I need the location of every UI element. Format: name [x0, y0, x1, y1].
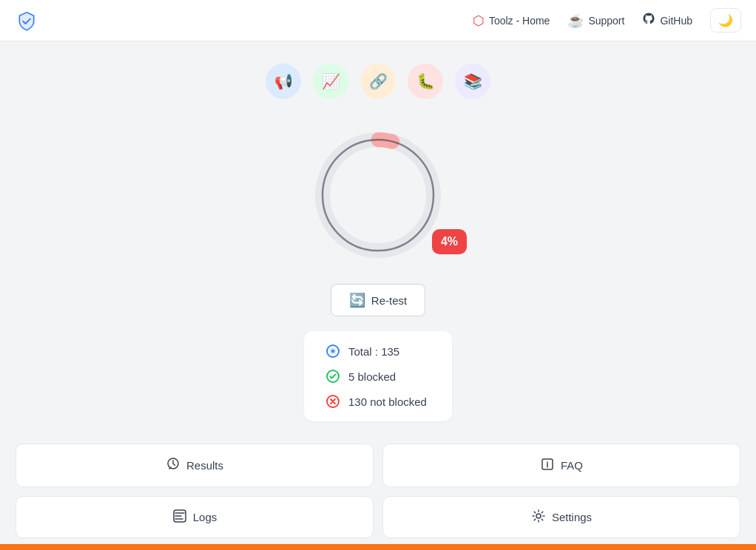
faq-button[interactable]: FAQ [382, 444, 740, 487]
not-blocked-icon [325, 393, 341, 410]
shield-icon [15, 9, 38, 33]
toolbar-icon-bug[interactable]: 🐛 [408, 64, 443, 99]
stat-total: Total : 135 [325, 343, 431, 359]
percent-badge: 4% [432, 229, 467, 254]
toolbar-icon-layers[interactable]: 📚 [455, 64, 490, 99]
support-icon: ☕ [567, 13, 584, 29]
moon-icon: 🌙 [718, 13, 733, 27]
settings-button[interactable]: Settings [382, 496, 740, 538]
svg-point-6 [331, 350, 334, 353]
retest-button[interactable]: 🔄 Re-test [331, 284, 425, 316]
logs-icon [172, 509, 187, 526]
retest-icon: 🔄 [349, 292, 365, 308]
nav-support[interactable]: ☕ Support [567, 13, 624, 29]
results-button[interactable]: Results [16, 444, 374, 487]
main-content: 📢 📈 🔗 🐛 📚 4% [0, 41, 756, 550]
toolz-icon: ⬡ [473, 13, 485, 29]
stat-not-blocked: 130 not blocked [325, 393, 431, 410]
stats-box: Total : 135 5 blocked 130 not blocked [304, 331, 452, 421]
app-header: ⬡ Toolz - Home ☕ Support GitHub 🌙 [0, 0, 756, 41]
toolbar-icon-chart[interactable]: 📈 [313, 64, 348, 99]
github-icon [642, 12, 655, 29]
blocked-icon [325, 368, 341, 384]
nav-toolz-home[interactable]: ⬡ Toolz - Home [473, 13, 550, 29]
main-nav: ⬡ Toolz - Home ☕ Support GitHub 🌙 [473, 8, 741, 33]
bottom-orange-bar [0, 544, 756, 550]
donut-chart: 4% [304, 121, 452, 269]
results-icon [166, 456, 180, 475]
total-icon [325, 343, 341, 359]
action-buttons-grid: Results FAQ Logs [16, 444, 740, 538]
stat-blocked: 5 blocked [325, 368, 431, 384]
toolbar-icon-network[interactable]: 🔗 [360, 64, 396, 99]
svg-point-12 [536, 514, 541, 518]
nav-github[interactable]: GitHub [642, 12, 692, 29]
settings-icon [531, 509, 546, 526]
dark-mode-toggle[interactable]: 🌙 [710, 8, 741, 33]
svg-point-2 [331, 148, 425, 242]
toolbar-icon-row: 📢 📈 🔗 🐛 📚 [266, 64, 490, 99]
logo [15, 9, 38, 33]
faq-icon [540, 457, 555, 474]
logs-button[interactable]: Logs [16, 496, 374, 538]
toolbar-icon-megaphone[interactable]: 📢 [266, 64, 301, 99]
